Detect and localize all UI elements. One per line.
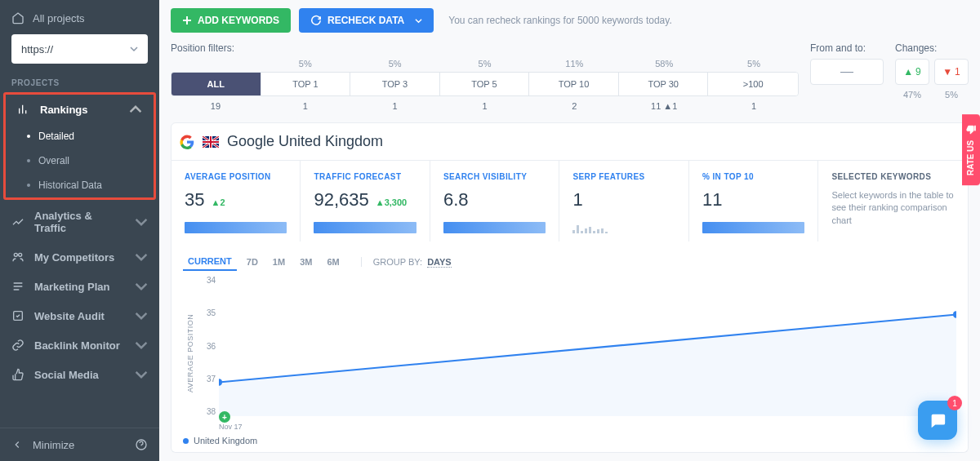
- legend-series-label: United Kingdom: [194, 436, 257, 445]
- metric-search-visibility: SEARCH VISIBILITY 6.8: [430, 161, 559, 242]
- project-selector-value: https://: [21, 43, 53, 55]
- nav-analytics[interactable]: Analytics & Traffic: [0, 202, 159, 242]
- arrow-down-icon: ▼: [942, 66, 952, 78]
- chat-icon: [929, 411, 947, 429]
- link-icon: [11, 339, 24, 352]
- competitors-icon: [11, 250, 24, 264]
- nav-social[interactable]: Social Media: [0, 360, 159, 389]
- home-icon: [11, 11, 24, 24]
- search-engine-title: Google United Kingdom: [227, 133, 383, 150]
- changes-up[interactable]: ▲9: [895, 59, 929, 85]
- main-content: ADD KEYWORDS RECHECK DATA You can rechec…: [159, 0, 980, 461]
- changes-down[interactable]: ▼1: [934, 59, 969, 85]
- from-to-filter: From and to: —: [810, 42, 884, 85]
- metrics-cards: AVERAGE POSITION 35▲2 TRAFFIC FORECAST 9…: [171, 161, 969, 242]
- legend-swatch-icon: [183, 438, 189, 444]
- chart-tabs: CURRENT 7D 1M 3M 6M GROUP BY: DAYS: [183, 253, 956, 271]
- chevron-down-icon: [135, 309, 148, 322]
- filter-top1[interactable]: TOP 1: [261, 73, 351, 95]
- filter-top3[interactable]: TOP 3: [350, 73, 440, 95]
- tab-1m[interactable]: 1M: [268, 254, 290, 270]
- filter-top5[interactable]: TOP 5: [440, 73, 530, 95]
- tab-6m[interactable]: 6M: [322, 254, 344, 270]
- group-by: GROUP BY: DAYS: [361, 257, 452, 267]
- top-toolbar: ADD KEYWORDS RECHECK DATA You can rechec…: [171, 8, 969, 33]
- filter-all[interactable]: ALL: [172, 73, 261, 95]
- rate-us-tab[interactable]: RATE US: [962, 114, 980, 185]
- changes-filter: Changes: ▲9 ▼1 47% 5%: [895, 42, 969, 100]
- add-keywords-button[interactable]: ADD KEYWORDS: [171, 8, 291, 33]
- chevron-down-icon: [135, 250, 148, 264]
- rankings-highlight: Rankings Detailed Overall Historical Dat…: [3, 92, 156, 200]
- nav-social-label: Social Media: [34, 369, 99, 381]
- nav-audit-label: Website Audit: [34, 310, 105, 322]
- recheck-hint: You can recheck rankings for 5000 keywor…: [448, 15, 672, 26]
- nav-competitors[interactable]: My Competitors: [0, 242, 159, 272]
- position-filters-counts: 19 1 1 1 2 11 ▲1 1: [171, 96, 799, 111]
- nav-rankings-historical[interactable]: Historical Data: [6, 173, 154, 197]
- thumbs-up-icon: [11, 368, 24, 381]
- metric-avg-position: AVERAGE POSITION 35▲2: [172, 161, 301, 242]
- all-projects-label: All projects: [33, 12, 85, 24]
- nav-rankings-detailed[interactable]: Detailed: [6, 124, 154, 148]
- sidebar-section-label: PROJECTS: [0, 70, 159, 91]
- chart-y-ticks: 34 35 36 37 38: [198, 276, 216, 416]
- recheck-label: RECHECK DATA: [327, 15, 404, 26]
- tab-7d[interactable]: 7D: [242, 254, 263, 270]
- chart-legend: United Kingdom: [183, 431, 956, 445]
- metric-serp-value: 1: [572, 189, 582, 211]
- chevron-down-icon: [135, 339, 148, 352]
- nav-audit[interactable]: Website Audit: [0, 301, 159, 330]
- help-icon[interactable]: [135, 438, 148, 451]
- metric-top10: % IN TOP 10 11: [689, 161, 818, 242]
- filter-top30[interactable]: TOP 30: [619, 73, 709, 95]
- sparkline: [314, 222, 416, 233]
- minimize-button[interactable]: Minimize: [0, 428, 159, 461]
- svg-point-1: [19, 253, 22, 256]
- project-selector[interactable]: https://: [11, 34, 148, 64]
- tab-current[interactable]: CURRENT: [183, 253, 237, 271]
- nav-rankings-historical-label: Historical Data: [38, 180, 102, 191]
- add-keywords-label: ADD KEYWORDS: [198, 15, 279, 26]
- chat-button[interactable]: 1: [918, 401, 957, 440]
- list-icon: [11, 280, 24, 293]
- svg-point-0: [14, 253, 17, 256]
- all-projects-link[interactable]: All projects: [11, 8, 148, 34]
- svg-marker-5: [219, 315, 956, 417]
- metric-serp-features: SERP FEATURES 1: [559, 161, 688, 242]
- metric-traffic-value: 92,635: [314, 189, 368, 211]
- nav-backlink-label: Backlink Monitor: [34, 339, 120, 352]
- nav-rankings-label: Rankings: [40, 104, 88, 116]
- analytics-icon: [11, 215, 24, 228]
- nav-rankings[interactable]: Rankings: [6, 95, 154, 124]
- nav-marketing[interactable]: Marketing Plan: [0, 272, 159, 301]
- bullet-icon: [27, 159, 30, 162]
- thumbs-up-icon: [965, 124, 977, 135]
- recheck-button[interactable]: RECHECK DATA: [299, 8, 434, 33]
- metric-visibility-value: 6.8: [443, 189, 469, 211]
- audit-icon: [11, 309, 24, 322]
- nav-marketing-label: Marketing Plan: [34, 281, 109, 293]
- fromto-input[interactable]: —: [810, 59, 884, 85]
- nav-backlink[interactable]: Backlink Monitor: [0, 330, 159, 360]
- group-by-value[interactable]: DAYS: [427, 257, 452, 268]
- sparkline: [443, 222, 546, 233]
- metric-traffic-forecast: TRAFFIC FORECAST 92,635▲3,300: [301, 161, 430, 242]
- tab-3m[interactable]: 3M: [295, 254, 317, 270]
- nav-rankings-detailed-label: Detailed: [38, 131, 74, 142]
- sparkline: [702, 222, 804, 233]
- plus-marker-icon[interactable]: +: [219, 411, 230, 423]
- changes-up-pct: 47%: [895, 90, 929, 100]
- chat-badge: 1: [947, 396, 962, 410]
- filter-top10[interactable]: TOP 10: [529, 73, 619, 95]
- filter-over100[interactable]: >100: [708, 73, 798, 95]
- chevron-up-icon: [129, 103, 142, 116]
- minimize-label: Minimize: [33, 439, 74, 451]
- plus-icon: [182, 16, 192, 25]
- bullet-icon: [27, 135, 30, 138]
- refresh-icon: [310, 15, 322, 26]
- position-filters-label: Position filters:: [171, 42, 799, 54]
- arrow-left-icon: [11, 439, 23, 450]
- nav-rankings-overall[interactable]: Overall: [6, 148, 154, 173]
- fromto-label: From and to:: [810, 42, 884, 54]
